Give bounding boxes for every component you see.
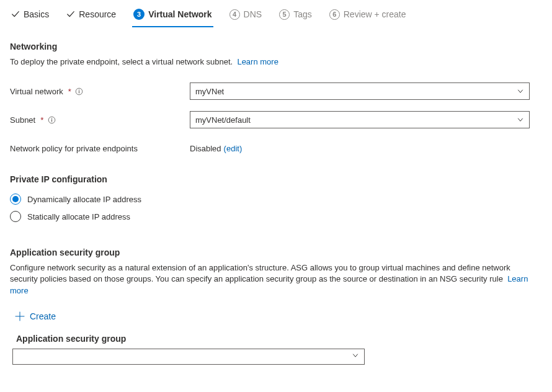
tab-label: Basics: [24, 9, 49, 19]
radio-static-ip[interactable]: Statically allocate IP address: [10, 208, 542, 225]
tab-basics[interactable]: Basics: [10, 6, 50, 27]
tab-resource[interactable]: Resource: [65, 6, 117, 27]
radio-icon: [10, 211, 21, 222]
check-icon: [11, 10, 20, 19]
tab-dns[interactable]: 4 DNS: [228, 6, 264, 27]
svg-point-1: [79, 89, 79, 90]
label-text: Network policy for private endpoints: [10, 144, 138, 153]
tab-label: DNS: [244, 9, 262, 19]
step-number-icon: 4: [229, 9, 240, 20]
chevron-down-icon: [352, 352, 359, 361]
ip-allocation-radio-group: Dynamically allocate IP address Statical…: [10, 190, 542, 225]
tab-review-create[interactable]: 6 Review + create: [328, 6, 407, 27]
tab-label: Virtual Network: [148, 9, 211, 19]
select-value: myVNet/default: [195, 115, 251, 125]
svg-rect-5: [51, 119, 52, 122]
section-heading-ipconfig: Private IP configuration: [10, 174, 542, 184]
asg-description: Configure network security as a natural …: [10, 262, 531, 296]
asg-description-text: Configure network security as a natural …: [10, 263, 510, 283]
subnet-select[interactable]: myVNet/default: [190, 111, 530, 128]
network-policy-edit-link[interactable]: (edit): [224, 144, 243, 153]
label-text: Virtual network: [10, 87, 63, 96]
tab-virtual-network[interactable]: 3 Virtual Network: [132, 5, 213, 27]
networking-description-text: To deploy the private endpoint, select a…: [10, 57, 233, 66]
svg-rect-2: [79, 91, 79, 93]
radio-dynamic-ip[interactable]: Dynamically allocate IP address: [10, 190, 542, 208]
tab-label: Resource: [79, 9, 116, 19]
radio-label: Statically allocate IP address: [27, 212, 130, 221]
step-number-icon: 3: [133, 9, 145, 20]
networking-description: To deploy the private endpoint, select a…: [10, 56, 531, 68]
check-icon: [66, 10, 75, 19]
radio-icon: [10, 194, 21, 205]
plus-icon: [15, 311, 25, 321]
required-marker: *: [68, 87, 71, 96]
tab-label: Tags: [293, 9, 312, 19]
row-virtual-network: Virtual network * myVNet: [10, 82, 542, 100]
asg-select[interactable]: [12, 349, 365, 365]
select-value: myVNet: [195, 87, 224, 96]
step-number-icon: 6: [329, 9, 340, 20]
required-marker: *: [40, 115, 43, 125]
radio-label: Dynamically allocate IP address: [27, 195, 141, 204]
virtual-network-select[interactable]: myVNet: [190, 82, 530, 100]
step-number-icon: 5: [279, 9, 290, 20]
info-icon[interactable]: [75, 87, 84, 96]
section-heading-asg: Application security group: [10, 247, 542, 257]
tab-tags[interactable]: 5 Tags: [278, 6, 313, 27]
networking-learn-more-link[interactable]: Learn more: [237, 57, 278, 66]
chevron-down-icon: [517, 87, 524, 95]
section-heading-networking: Networking: [10, 42, 542, 51]
chevron-down-icon: [517, 116, 524, 123]
tab-label: Review + create: [344, 9, 406, 19]
asg-list-label: Application security group: [16, 334, 542, 344]
label-virtual-network: Virtual network *: [10, 87, 190, 96]
info-icon[interactable]: [47, 115, 56, 124]
create-label: Create: [30, 311, 56, 321]
label-subnet: Subnet *: [10, 115, 190, 125]
create-asg-button[interactable]: Create: [11, 308, 60, 325]
wizard-tabs: Basics Resource 3 Virtual Network 4 DNS …: [0, 0, 552, 28]
row-subnet: Subnet * myVNet/default: [10, 111, 542, 128]
label-network-policy: Network policy for private endpoints: [10, 144, 190, 153]
row-network-policy: Network policy for private endpoints Dis…: [10, 140, 542, 157]
network-policy-value: Disabled: [190, 144, 221, 153]
label-text: Subnet: [10, 115, 35, 125]
svg-point-4: [51, 118, 52, 118]
